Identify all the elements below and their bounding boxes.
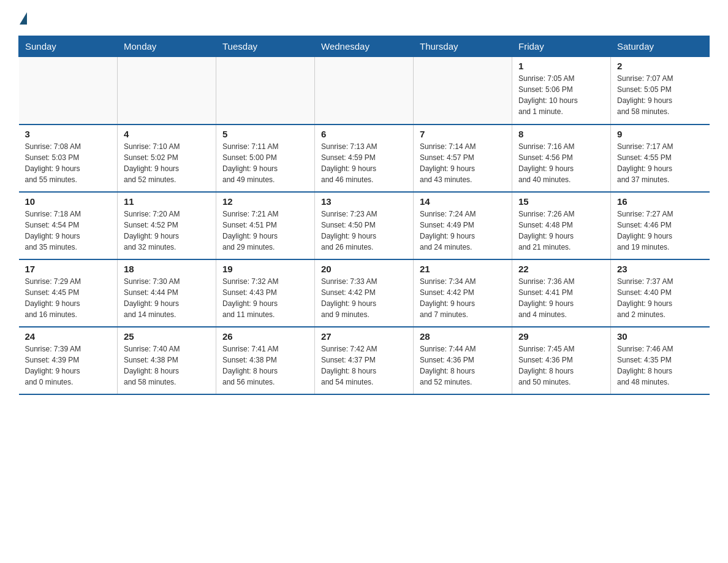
- header-row: SundayMondayTuesdayWednesdayThursdayFrid…: [19, 36, 710, 57]
- day-info: Sunrise: 7:07 AM Sunset: 5:05 PM Dayligh…: [617, 73, 703, 117]
- day-info: Sunrise: 7:20 AM Sunset: 4:52 PM Dayligh…: [124, 209, 210, 253]
- day-info: Sunrise: 7:30 AM Sunset: 4:44 PM Dayligh…: [124, 276, 210, 320]
- calendar-cell: 5Sunrise: 7:11 AM Sunset: 5:00 PM Daylig…: [216, 124, 315, 192]
- day-number: 2: [617, 61, 703, 71]
- day-number: 17: [25, 264, 112, 274]
- day-info: Sunrise: 7:17 AM Sunset: 4:55 PM Dayligh…: [617, 141, 703, 185]
- calendar-cell: 6Sunrise: 7:13 AM Sunset: 4:59 PM Daylig…: [315, 124, 414, 192]
- day-info: Sunrise: 7:44 AM Sunset: 4:36 PM Dayligh…: [420, 343, 506, 388]
- header-tuesday: Tuesday: [216, 36, 315, 57]
- day-number: 22: [518, 264, 604, 274]
- day-number: 10: [25, 196, 112, 207]
- day-number: 1: [518, 61, 604, 71]
- calendar-cell: 17Sunrise: 7:29 AM Sunset: 4:45 PM Dayli…: [19, 259, 118, 327]
- day-number: 6: [321, 129, 407, 139]
- week-row-1: 3Sunrise: 7:08 AM Sunset: 5:03 PM Daylig…: [19, 124, 710, 192]
- day-info: Sunrise: 7:37 AM Sunset: 4:40 PM Dayligh…: [617, 276, 703, 320]
- calendar-cell: 15Sunrise: 7:26 AM Sunset: 4:48 PM Dayli…: [512, 192, 611, 259]
- day-info: Sunrise: 7:24 AM Sunset: 4:49 PM Dayligh…: [420, 209, 506, 253]
- day-number: 23: [617, 264, 703, 274]
- day-info: Sunrise: 7:21 AM Sunset: 4:51 PM Dayligh…: [222, 209, 308, 253]
- calendar-cell: 30Sunrise: 7:46 AM Sunset: 4:35 PM Dayli…: [611, 327, 710, 394]
- logo: [18, 12, 28, 25]
- calendar-cell: 8Sunrise: 7:16 AM Sunset: 4:56 PM Daylig…: [512, 124, 611, 192]
- day-info: Sunrise: 7:05 AM Sunset: 5:06 PM Dayligh…: [518, 73, 604, 117]
- day-number: 18: [124, 264, 210, 274]
- day-number: 13: [321, 196, 407, 207]
- day-number: 5: [222, 129, 308, 139]
- day-number: 15: [518, 196, 604, 207]
- week-row-3: 17Sunrise: 7:29 AM Sunset: 4:45 PM Dayli…: [19, 259, 710, 327]
- day-number: 3: [25, 129, 112, 139]
- calendar-cell: 1Sunrise: 7:05 AM Sunset: 5:06 PM Daylig…: [512, 57, 611, 124]
- calendar-cell: 18Sunrise: 7:30 AM Sunset: 4:44 PM Dayli…: [118, 259, 216, 327]
- calendar-table: SundayMondayTuesdayWednesdayThursdayFrid…: [18, 36, 710, 395]
- calendar-cell: 27Sunrise: 7:42 AM Sunset: 4:37 PM Dayli…: [315, 327, 414, 394]
- day-info: Sunrise: 7:26 AM Sunset: 4:48 PM Dayligh…: [518, 209, 604, 253]
- calendar-cell: 3Sunrise: 7:08 AM Sunset: 5:03 PM Daylig…: [19, 124, 118, 192]
- day-info: Sunrise: 7:34 AM Sunset: 4:42 PM Dayligh…: [420, 276, 506, 320]
- day-number: 26: [222, 331, 308, 342]
- day-number: 20: [321, 264, 407, 274]
- header-wednesday: Wednesday: [315, 36, 414, 57]
- logo-triangle-icon: [20, 12, 27, 25]
- header-thursday: Thursday: [414, 36, 512, 57]
- header-friday: Friday: [512, 36, 611, 57]
- calendar-cell: 16Sunrise: 7:27 AM Sunset: 4:46 PM Dayli…: [611, 192, 710, 259]
- week-row-0: 1Sunrise: 7:05 AM Sunset: 5:06 PM Daylig…: [19, 57, 710, 124]
- day-info: Sunrise: 7:40 AM Sunset: 4:38 PM Dayligh…: [124, 343, 210, 388]
- calendar-cell: [118, 57, 216, 124]
- calendar-cell: [19, 57, 118, 124]
- day-number: 16: [617, 196, 703, 207]
- calendar-cell: 11Sunrise: 7:20 AM Sunset: 4:52 PM Dayli…: [118, 192, 216, 259]
- calendar-cell: 23Sunrise: 7:37 AM Sunset: 4:40 PM Dayli…: [611, 259, 710, 327]
- calendar-cell: 24Sunrise: 7:39 AM Sunset: 4:39 PM Dayli…: [19, 327, 118, 394]
- day-info: Sunrise: 7:13 AM Sunset: 4:59 PM Dayligh…: [321, 141, 407, 185]
- day-number: 8: [518, 129, 604, 139]
- calendar-cell: 29Sunrise: 7:45 AM Sunset: 4:36 PM Dayli…: [512, 327, 611, 394]
- calendar-cell: 4Sunrise: 7:10 AM Sunset: 5:02 PM Daylig…: [118, 124, 216, 192]
- day-number: 28: [420, 331, 506, 342]
- day-info: Sunrise: 7:27 AM Sunset: 4:46 PM Dayligh…: [617, 209, 703, 253]
- day-info: Sunrise: 7:10 AM Sunset: 5:02 PM Dayligh…: [124, 141, 210, 185]
- day-info: Sunrise: 7:36 AM Sunset: 4:41 PM Dayligh…: [518, 276, 604, 320]
- header-saturday: Saturday: [611, 36, 710, 57]
- calendar-cell: [216, 57, 315, 124]
- day-info: Sunrise: 7:32 AM Sunset: 4:43 PM Dayligh…: [222, 276, 308, 320]
- calendar-cell: 2Sunrise: 7:07 AM Sunset: 5:05 PM Daylig…: [611, 57, 710, 124]
- calendar-cell: 19Sunrise: 7:32 AM Sunset: 4:43 PM Dayli…: [216, 259, 315, 327]
- day-info: Sunrise: 7:18 AM Sunset: 4:54 PM Dayligh…: [25, 209, 112, 253]
- day-info: Sunrise: 7:39 AM Sunset: 4:39 PM Dayligh…: [25, 343, 112, 388]
- header-monday: Monday: [118, 36, 216, 57]
- calendar-cell: 26Sunrise: 7:41 AM Sunset: 4:38 PM Dayli…: [216, 327, 315, 394]
- week-row-2: 10Sunrise: 7:18 AM Sunset: 4:54 PM Dayli…: [19, 192, 710, 259]
- day-number: 4: [124, 129, 210, 139]
- calendar-cell: 10Sunrise: 7:18 AM Sunset: 4:54 PM Dayli…: [19, 192, 118, 259]
- day-number: 21: [420, 264, 506, 274]
- day-number: 24: [25, 331, 112, 342]
- header: [18, 12, 710, 25]
- calendar-cell: 13Sunrise: 7:23 AM Sunset: 4:50 PM Dayli…: [315, 192, 414, 259]
- calendar-cell: 7Sunrise: 7:14 AM Sunset: 4:57 PM Daylig…: [414, 124, 512, 192]
- calendar-cell: 12Sunrise: 7:21 AM Sunset: 4:51 PM Dayli…: [216, 192, 315, 259]
- day-number: 9: [617, 129, 703, 139]
- calendar-cell: 21Sunrise: 7:34 AM Sunset: 4:42 PM Dayli…: [414, 259, 512, 327]
- calendar-cell: [315, 57, 414, 124]
- day-info: Sunrise: 7:23 AM Sunset: 4:50 PM Dayligh…: [321, 209, 407, 253]
- day-number: 19: [222, 264, 308, 274]
- day-number: 29: [518, 331, 604, 342]
- day-number: 25: [124, 331, 210, 342]
- calendar-cell: 25Sunrise: 7:40 AM Sunset: 4:38 PM Dayli…: [118, 327, 216, 394]
- day-info: Sunrise: 7:14 AM Sunset: 4:57 PM Dayligh…: [420, 141, 506, 185]
- header-sunday: Sunday: [19, 36, 118, 57]
- week-row-4: 24Sunrise: 7:39 AM Sunset: 4:39 PM Dayli…: [19, 327, 710, 394]
- day-info: Sunrise: 7:41 AM Sunset: 4:38 PM Dayligh…: [222, 343, 308, 388]
- calendar-cell: 14Sunrise: 7:24 AM Sunset: 4:49 PM Dayli…: [414, 192, 512, 259]
- day-info: Sunrise: 7:42 AM Sunset: 4:37 PM Dayligh…: [321, 343, 407, 388]
- day-info: Sunrise: 7:29 AM Sunset: 4:45 PM Dayligh…: [25, 276, 112, 320]
- day-info: Sunrise: 7:11 AM Sunset: 5:00 PM Dayligh…: [222, 141, 308, 185]
- calendar-cell: [414, 57, 512, 124]
- calendar-cell: 9Sunrise: 7:17 AM Sunset: 4:55 PM Daylig…: [611, 124, 710, 192]
- day-number: 7: [420, 129, 506, 139]
- calendar-cell: 22Sunrise: 7:36 AM Sunset: 4:41 PM Dayli…: [512, 259, 611, 327]
